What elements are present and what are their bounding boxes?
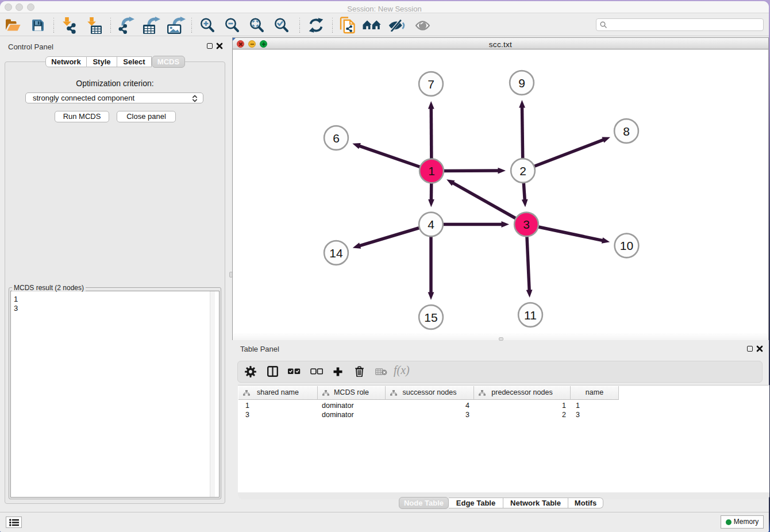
svg-text:2: 2	[519, 164, 526, 178]
svg-text:10: 10	[620, 239, 633, 252]
svg-text:14: 14	[329, 246, 343, 260]
svg-text:4: 4	[428, 218, 434, 231]
svg-text:7: 7	[428, 78, 434, 91]
svg-text:1: 1	[428, 164, 435, 178]
svg-text:8: 8	[623, 125, 630, 138]
svg-text:6: 6	[333, 132, 340, 145]
svg-text:11: 11	[524, 309, 537, 322]
svg-text:3: 3	[523, 218, 530, 231]
svg-text:9: 9	[518, 76, 525, 90]
svg-text:15: 15	[424, 311, 437, 324]
